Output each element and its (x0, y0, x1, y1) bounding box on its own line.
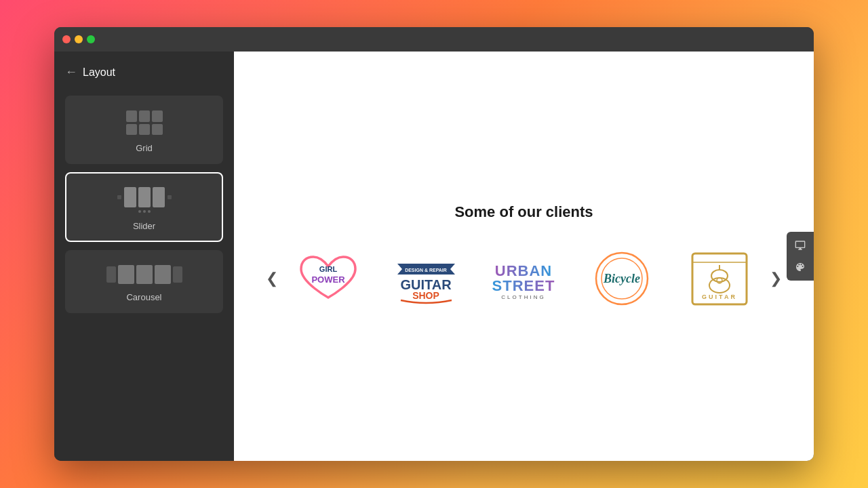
logo-bicycle: Bicycle (585, 248, 659, 309)
slider-side-dot-left (117, 195, 121, 199)
nav-dot (138, 210, 141, 213)
guitar-shop-svg: DESIGN & REPAIR GUITAR SHOP (391, 250, 462, 308)
main-content: Some of our clients ❮ GIRL (234, 52, 814, 461)
carousel-block-small (106, 266, 116, 283)
svg-point-14 (709, 278, 730, 293)
slider-side-dot-right (167, 195, 172, 199)
logo-guitar-box: GUITAR (682, 248, 757, 309)
minimize-button[interactable] (75, 35, 83, 43)
traffic-lights (62, 35, 95, 43)
carousel-block-small (173, 266, 182, 283)
layout-card-grid[interactable]: Grid (65, 96, 223, 164)
app-window: ← Layout Grid (54, 27, 814, 461)
right-toolbar (787, 232, 814, 281)
svg-text:CLOTHING: CLOTHING (502, 294, 546, 300)
layout-card-carousel[interactable]: Carousel (65, 250, 223, 313)
svg-text:DESIGN & REPAIR: DESIGN & REPAIR (405, 268, 447, 272)
carousel-container: ❮ GIRL POWER (261, 248, 787, 309)
slider-blocks (124, 187, 165, 207)
carousel-next-button[interactable]: ❯ (765, 268, 787, 289)
slider-icon (117, 187, 172, 207)
svg-text:POWER: POWER (312, 274, 346, 285)
grid-icon (126, 110, 163, 135)
logo-girl-power: GIRL POWER (291, 248, 366, 309)
logo-guitar-shop: DESIGN & REPAIR GUITAR SHOP (389, 248, 463, 309)
carousel-prev-button[interactable]: ❮ (261, 268, 283, 289)
carousel-block-main (155, 265, 171, 284)
logo-urban-street: URBAN STREET CLOTHING (486, 248, 561, 309)
preview-area: Some of our clients ❮ GIRL (234, 52, 814, 461)
sidebar-title: Layout (83, 66, 115, 79)
slider-label: Slider (133, 221, 155, 231)
svg-text:Bicycle: Bicycle (603, 272, 640, 285)
monitor-svg (795, 240, 806, 251)
carousel-block-main (136, 265, 153, 284)
slider-block (153, 187, 165, 207)
svg-text:STREET: STREET (492, 277, 555, 294)
guitar-box-svg: GUITAR (689, 250, 750, 308)
slider-icon-wrapper (117, 187, 172, 213)
slider-nav-dots (138, 210, 151, 213)
svg-text:SHOP: SHOP (412, 290, 439, 301)
nav-dot (143, 210, 146, 213)
sidebar-header: ← Layout (65, 62, 223, 87)
bicycle-svg: Bicycle (588, 250, 656, 308)
clients-title: Some of our clients (454, 203, 593, 221)
titlebar (54, 27, 814, 52)
girl-power-svg: GIRL POWER (294, 250, 362, 308)
carousel-block-main (118, 265, 134, 284)
carousel-icon (106, 265, 182, 284)
carousel-label: Carousel (126, 292, 161, 302)
sidebar: ← Layout Grid (54, 52, 234, 461)
slider-block (138, 187, 151, 207)
grid-label: Grid (136, 143, 153, 153)
svg-text:GIRL: GIRL (319, 265, 338, 273)
palette-svg (795, 262, 806, 272)
svg-point-13 (711, 270, 728, 282)
slider-block (124, 187, 136, 207)
layout-card-slider[interactable]: Slider (65, 172, 223, 242)
back-button[interactable]: ← (65, 65, 77, 79)
nav-dot (148, 210, 151, 213)
close-button[interactable] (62, 35, 71, 43)
palette-icon[interactable] (791, 258, 810, 277)
monitor-icon[interactable] (791, 236, 810, 255)
maximize-button[interactable] (87, 35, 95, 43)
carousel-logos: GIRL POWER DESIGN & REPAIR (283, 248, 765, 309)
urban-street-svg: URBAN STREET CLOTHING (490, 250, 557, 308)
svg-text:GUITAR: GUITAR (702, 293, 737, 300)
window-body: ← Layout Grid (54, 52, 814, 461)
